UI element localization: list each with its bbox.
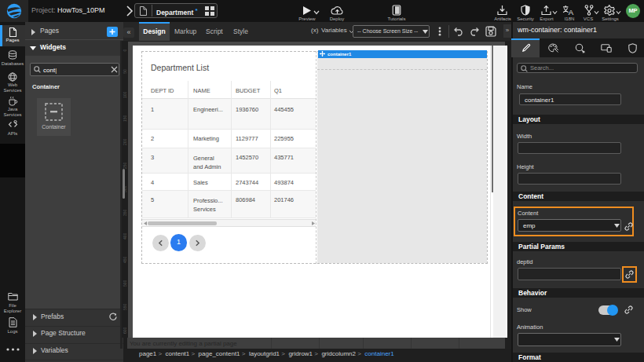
svg-text:A: A (569, 8, 574, 16)
